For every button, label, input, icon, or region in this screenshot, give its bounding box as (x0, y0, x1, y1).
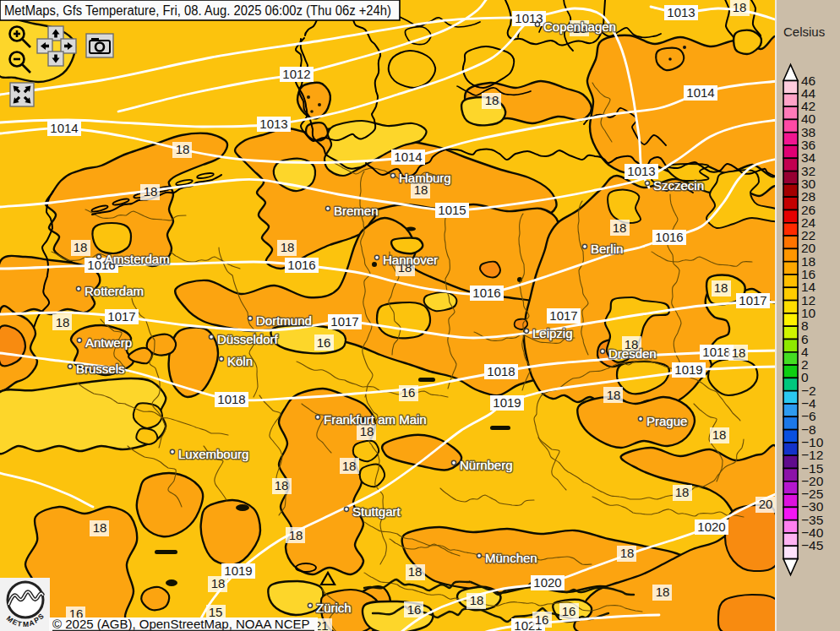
svg-text:18: 18 (470, 593, 484, 607)
svg-text:18: 18 (712, 427, 727, 442)
svg-text:1017: 1017 (549, 308, 577, 323)
svg-text:Dortmund: Dortmund (256, 313, 312, 328)
svg-text:Zürich: Zürich (316, 601, 352, 615)
svg-text:Luxembourg: Luxembourg (178, 447, 248, 461)
svg-text:1019: 1019 (224, 563, 252, 578)
svg-text:−45: −45 (801, 538, 823, 552)
svg-text:1013: 1013 (667, 5, 695, 19)
svg-text:Hamburg: Hamburg (399, 171, 451, 185)
svg-text:1014: 1014 (394, 150, 422, 164)
svg-text:18: 18 (56, 315, 70, 329)
svg-text:München: München (485, 551, 537, 565)
svg-text:1014: 1014 (686, 85, 714, 100)
svg-text:18: 18 (732, 345, 746, 360)
svg-text:Düsseldorf: Düsseldorf (217, 332, 279, 346)
svg-text:1020: 1020 (697, 519, 725, 534)
svg-text:1019: 1019 (674, 362, 702, 377)
svg-text:16: 16 (407, 602, 422, 617)
svg-text:1017: 1017 (739, 293, 766, 307)
svg-text:18: 18 (74, 240, 88, 254)
svg-text:1013: 1013 (627, 164, 655, 178)
svg-text:1013: 1013 (259, 117, 287, 131)
svg-text:Dresden: Dresden (608, 346, 657, 361)
svg-text:1017: 1017 (107, 309, 135, 324)
svg-text:1019: 1019 (493, 395, 521, 410)
svg-text:18: 18 (289, 528, 303, 542)
svg-text:1016: 1016 (472, 286, 500, 300)
svg-text:Antwerp: Antwerp (85, 335, 132, 350)
svg-text:1014: 1014 (50, 121, 78, 135)
svg-text:1020: 1020 (533, 575, 561, 590)
svg-text:18: 18 (733, 0, 747, 14)
svg-text:1012: 1012 (282, 67, 310, 81)
svg-text:Nürnberg: Nürnberg (460, 458, 513, 472)
svg-text:18: 18 (485, 93, 499, 107)
svg-text:Copenhagen: Copenhagen (543, 19, 616, 34)
svg-text:18: 18 (408, 564, 423, 579)
svg-text:Szczecin: Szczecin (653, 178, 704, 193)
svg-text:18: 18 (607, 388, 621, 402)
svg-text:20: 20 (759, 497, 773, 511)
svg-text:Brussels: Brussels (76, 362, 125, 376)
svg-text:MetMaps, Gfs Temperature, Fri,: MetMaps, Gfs Temperature, Fri, 08. Aug. … (4, 3, 391, 18)
svg-text:1017: 1017 (330, 314, 358, 329)
svg-text:16: 16 (562, 604, 576, 618)
svg-text:18: 18 (675, 485, 690, 499)
svg-text:18: 18 (714, 280, 728, 295)
svg-text:Amsterdam: Amsterdam (105, 252, 170, 266)
svg-text:Leipzig: Leipzig (532, 326, 573, 340)
svg-text:1015: 1015 (438, 203, 466, 217)
svg-text:18: 18 (656, 585, 670, 599)
svg-text:Prague: Prague (646, 414, 687, 428)
svg-text:1018: 1018 (702, 345, 730, 359)
svg-text:Köln: Köln (227, 354, 253, 368)
svg-text:18: 18 (613, 220, 627, 235)
svg-text:18: 18 (342, 459, 357, 473)
svg-text:Bremen: Bremen (334, 204, 379, 218)
svg-text:Berlin: Berlin (591, 242, 623, 256)
svg-text:18: 18 (176, 142, 190, 156)
svg-text:Hannover: Hannover (383, 253, 438, 267)
svg-text:Rotterdam: Rotterdam (85, 284, 144, 298)
svg-text:16: 16 (317, 335, 331, 350)
svg-text:18: 18 (620, 546, 635, 560)
svg-text:18: 18 (93, 520, 107, 535)
svg-text:© 2025 (AGB), OpenStreetMap, N: © 2025 (AGB), OpenStreetMap, NOAA NCEP (52, 617, 310, 631)
svg-text:1016: 1016 (655, 230, 683, 244)
svg-text:18: 18 (144, 184, 158, 199)
svg-text:Celsius: Celsius (783, 24, 825, 39)
svg-text:1018: 1018 (487, 364, 515, 378)
svg-text:Stuttgart: Stuttgart (352, 504, 401, 519)
svg-text:18: 18 (281, 240, 295, 254)
svg-text:18: 18 (275, 478, 289, 492)
svg-text:16: 16 (401, 385, 416, 400)
svg-text:16: 16 (535, 612, 549, 627)
svg-text:18: 18 (211, 576, 226, 590)
svg-text:1018: 1018 (217, 392, 245, 406)
svg-text:1016: 1016 (287, 258, 315, 272)
svg-text:Frankfurt am Main: Frankfurt am Main (324, 412, 427, 427)
